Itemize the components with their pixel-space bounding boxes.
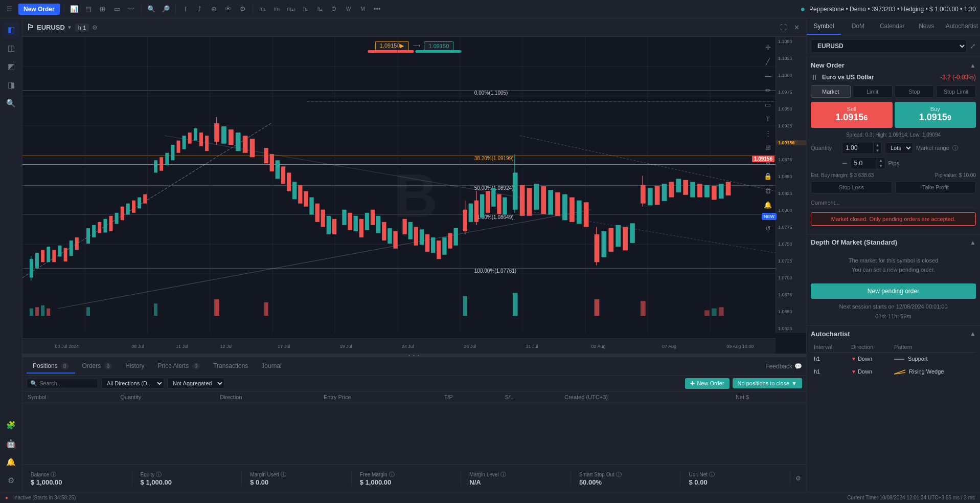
- balance-info-icon[interactable]: ⓘ: [51, 471, 56, 478]
- bar-chart-icon[interactable]: ▤: [83, 4, 94, 15]
- sidebar-strategy-icon[interactable]: 🧩: [3, 417, 19, 433]
- unr-net-info-icon[interactable]: ⓘ: [709, 471, 715, 478]
- sidebar-robot-icon[interactable]: 🤖: [3, 435, 19, 452]
- collapse-autochartist[interactable]: ▲: [970, 330, 976, 337]
- h4-tf[interactable]: h₄: [314, 4, 326, 15]
- ac-row-0[interactable]: h1 ▼ Down Support: [811, 352, 976, 365]
- share-icon[interactable]: ⤴: [194, 4, 206, 15]
- w1-tf[interactable]: W: [343, 4, 354, 15]
- take-profit-button[interactable]: Take Profit: [895, 181, 976, 193]
- chart-close-icon[interactable]: ✕: [791, 22, 802, 33]
- chart-expand-icon[interactable]: ⛶: [778, 22, 789, 33]
- symbol-dropdown-icon[interactable]: ▼: [67, 25, 72, 30]
- m3-tf[interactable]: m₁₅: [286, 4, 297, 15]
- lots-select[interactable]: Lots: [885, 142, 913, 154]
- sidebar-positions-icon[interactable]: ◧: [3, 21, 19, 38]
- footer-gear-icon[interactable]: ⚙: [795, 475, 801, 482]
- symbol-selector-dropdown[interactable]: EURUSD: [811, 39, 967, 53]
- d1-tf[interactable]: D: [329, 4, 340, 15]
- new-order-button[interactable]: New Order: [18, 4, 60, 15]
- direction-filter[interactable]: All Directions (D...: [101, 378, 164, 389]
- svg-rect-49: [171, 145, 174, 160]
- rptab-calendar[interactable]: Calendar: [875, 18, 909, 35]
- rp-price-change: -3.2 (-0.03%): [940, 74, 976, 81]
- range-up-arrow[interactable]: ▲: [877, 158, 885, 163]
- collapse-new-order[interactable]: ▲: [970, 62, 976, 69]
- sidebar-alerts-icon[interactable]: 🔔: [3, 454, 19, 470]
- settings-icon[interactable]: ⚙: [237, 4, 248, 15]
- svg-rect-34: [75, 237, 79, 250]
- sidebar-search-icon[interactable]: 🔍: [3, 95, 19, 112]
- market-closed-banner: Market closed. Only pending orders are a…: [811, 212, 976, 226]
- symbol-badge[interactable]: 🏳 EURUSD ▼: [27, 23, 72, 32]
- range-minus[interactable]: −: [842, 158, 848, 169]
- tab-history[interactable]: History: [119, 359, 150, 374]
- buy-button[interactable]: Buy 1.09159: [895, 102, 976, 128]
- detach-icon[interactable]: ⤢: [970, 42, 976, 50]
- chart-timeframe[interactable]: h 1: [75, 24, 89, 32]
- ot-stop[interactable]: Stop: [895, 85, 935, 98]
- mn-tf[interactable]: M: [357, 4, 369, 15]
- search-input[interactable]: [39, 380, 95, 386]
- more-tf[interactable]: •••: [372, 4, 383, 15]
- layers-icon[interactable]: ⊕: [209, 4, 220, 15]
- m1-tf[interactable]: m₁: [257, 4, 268, 15]
- hamburger-icon[interactable]: ☰: [4, 4, 15, 15]
- sell-button[interactable]: Sell 1.09156: [811, 102, 893, 128]
- svg-rect-47: [159, 157, 163, 171]
- rptab-dom[interactable]: DoM: [841, 18, 875, 35]
- stop-loss-button[interactable]: Stop Loss: [811, 181, 892, 193]
- indicator-icon[interactable]: 〰: [126, 4, 137, 15]
- svg-rect-130: [669, 182, 674, 197]
- ot-limit[interactable]: Limit: [853, 85, 893, 98]
- aggregation-filter[interactable]: Not Aggregated: [167, 378, 224, 389]
- grid-icon[interactable]: ⊞: [97, 4, 108, 15]
- new-order-panel-button[interactable]: ✚ New Order: [685, 378, 729, 389]
- chart-type-icon[interactable]: 📊: [69, 4, 80, 15]
- sidebar-watch-icon[interactable]: ◫: [3, 40, 19, 56]
- smart-stop-info-icon[interactable]: ⓘ: [616, 471, 622, 478]
- sidebar-chart-icon[interactable]: ◩: [3, 58, 19, 75]
- qty-up-arrow[interactable]: ▲: [874, 142, 881, 148]
- rptab-autochartist[interactable]: Autochartist: [944, 18, 980, 35]
- m2-tf[interactable]: m₅: [271, 4, 283, 15]
- ot-stop-limit[interactable]: Stop Limit: [936, 85, 976, 98]
- collapse-dom[interactable]: ▲: [970, 239, 976, 246]
- bottom-tabs: Positions 0 Orders 0 History Price Alert…: [22, 357, 806, 376]
- sidebar-gear-icon[interactable]: ⚙: [3, 472, 19, 489]
- margin-level-info-icon[interactable]: ⓘ: [500, 471, 506, 478]
- tab-journal[interactable]: Journal: [255, 359, 287, 374]
- sidebar-news-icon[interactable]: ◨: [3, 77, 19, 93]
- chart-symbol[interactable]: EURUSD: [37, 24, 65, 31]
- quantity-input[interactable]: [842, 143, 873, 153]
- facebook-icon[interactable]: f: [180, 4, 191, 15]
- tab-transactions[interactable]: Transactions: [207, 359, 254, 374]
- rptab-symbol[interactable]: Symbol: [807, 18, 841, 35]
- area-chart-icon[interactable]: ▭: [111, 4, 123, 15]
- range-down-arrow[interactable]: ▼: [877, 163, 885, 169]
- pause-icon[interactable]: ⏸: [811, 73, 818, 81]
- close-all-button[interactable]: No positions to close ▼: [733, 378, 802, 388]
- range-info-icon[interactable]: ⓘ: [952, 144, 958, 152]
- eye-icon[interactable]: 👁: [223, 4, 234, 15]
- ac-row-1[interactable]: h1 ▼ Down Rising Wedge: [811, 365, 976, 378]
- free-margin-info-icon[interactable]: ⓘ: [389, 471, 395, 478]
- new-pending-order-button[interactable]: New pending order: [811, 283, 976, 299]
- feedback-button[interactable]: Feedback 💬: [765, 363, 802, 370]
- qty-down-arrow[interactable]: ▼: [874, 148, 881, 154]
- tab-positions[interactable]: Positions 0: [27, 359, 75, 374]
- zoom-in-icon[interactable]: 🔍: [146, 4, 157, 15]
- margin-used-info-icon[interactable]: ⓘ: [281, 471, 286, 478]
- tab-price-alerts[interactable]: Price Alerts 0: [152, 359, 207, 374]
- tab-orders[interactable]: Orders 0: [76, 359, 119, 374]
- svg-rect-98: [469, 204, 473, 222]
- chart-settings-icon[interactable]: ⚙: [92, 24, 98, 31]
- equity-info-icon[interactable]: ⓘ: [156, 471, 162, 478]
- comment-input[interactable]: [811, 198, 976, 208]
- rptab-news[interactable]: News: [909, 18, 944, 35]
- zoom-out-icon[interactable]: 🔎: [160, 4, 171, 15]
- range-input[interactable]: [851, 158, 877, 168]
- h1-tf[interactable]: h₁: [300, 4, 311, 15]
- chart-body[interactable]: B 1.1050 1.1025 1.1000 1.0975 1.0950 1.0…: [22, 37, 806, 354]
- ot-market[interactable]: Market: [811, 85, 851, 98]
